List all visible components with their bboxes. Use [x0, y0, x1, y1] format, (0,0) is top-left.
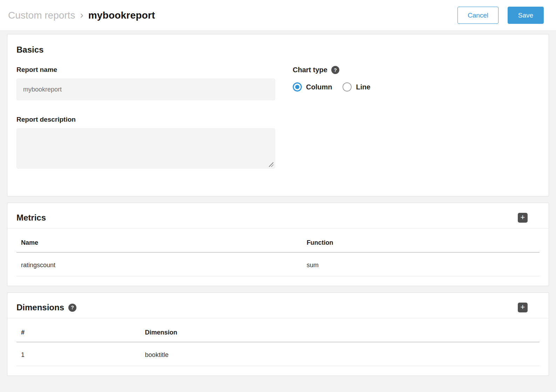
report-description-label: Report description: [16, 116, 76, 123]
report-description-textarea[interactable]: [16, 128, 275, 169]
metrics-table-footer-space: [16, 276, 540, 286]
metrics-table-row[interactable]: ratingscount sum: [16, 252, 540, 276]
basics-left-column: Report name Report description: [16, 66, 275, 169]
report-name-label: Report name: [16, 66, 57, 74]
save-button[interactable]: Save: [508, 7, 544, 24]
plus-icon: +: [521, 303, 525, 311]
report-description-wrapper: [16, 128, 275, 169]
topbar: Custom reports › mybookreport Cancel Sav…: [0, 0, 556, 31]
metrics-col-function: Function: [302, 229, 540, 252]
add-metric-button[interactable]: +: [518, 213, 528, 223]
basics-right-column: Chart type ? Column Line: [293, 66, 540, 169]
metrics-section-title: Metrics: [16, 213, 46, 223]
breadcrumb-custom-reports-link[interactable]: Custom reports: [8, 10, 75, 21]
dimensions-col-dimension: Dimension: [141, 318, 540, 342]
dimensions-table-footer-space: [16, 366, 540, 376]
radio-label-column: Column: [306, 83, 332, 91]
metrics-table: Name Function ratingscount sum: [16, 229, 540, 286]
help-icon[interactable]: ?: [331, 66, 339, 74]
chart-type-header: Chart type ?: [293, 66, 540, 74]
radio-selected-icon: [293, 82, 302, 92]
page-title: mybookreport: [88, 10, 155, 21]
basics-section-title: Basics: [16, 45, 540, 55]
breadcrumb: Custom reports › mybookreport: [8, 10, 155, 21]
dimensions-table: # Dimension 1 booktitle: [16, 318, 540, 376]
dimensions-col-number: #: [16, 318, 141, 342]
report-name-input[interactable]: [16, 79, 275, 100]
metrics-card-header: Metrics +: [7, 203, 549, 229]
metrics-col-name: Name: [16, 229, 302, 252]
basics-grid: Report name Report description Chart typ…: [16, 66, 540, 169]
dimension-index-cell: 1: [16, 342, 141, 366]
dimensions-help-icon[interactable]: ?: [68, 304, 76, 312]
chevron-right-icon: ›: [80, 9, 83, 21]
dimensions-table-row[interactable]: 1 booktitle: [16, 342, 540, 366]
metrics-card: Metrics + Name Function ratingscount sum: [7, 203, 549, 286]
dimensions-card: Dimensions ? + # Dimension 1 booktitle: [7, 292, 549, 376]
add-dimension-button[interactable]: +: [518, 303, 528, 312]
topbar-actions: Cancel Save: [457, 7, 544, 24]
dimensions-table-header: # Dimension: [16, 318, 540, 342]
plus-icon: +: [521, 214, 525, 221]
basics-card: Basics Report name Report description Ch…: [7, 34, 549, 196]
cancel-button[interactable]: Cancel: [457, 7, 499, 24]
metrics-table-header: Name Function: [16, 229, 540, 252]
chart-type-line-radio[interactable]: Line: [343, 82, 370, 92]
metric-name-cell: ratingscount: [16, 252, 302, 276]
metric-function-cell: sum: [302, 252, 540, 276]
dimensions-card-header: Dimensions ? +: [7, 293, 549, 318]
dimensions-section-title: Dimensions: [16, 303, 64, 312]
radio-label-line: Line: [356, 83, 370, 91]
radio-unselected-icon: [343, 82, 352, 92]
chart-type-label: Chart type: [293, 66, 327, 74]
dimension-name-cell: booktitle: [141, 342, 540, 366]
chart-type-column-radio[interactable]: Column: [293, 82, 332, 92]
main-content: Basics Report name Report description Ch…: [0, 31, 556, 384]
chart-type-options: Column Line: [293, 82, 540, 92]
